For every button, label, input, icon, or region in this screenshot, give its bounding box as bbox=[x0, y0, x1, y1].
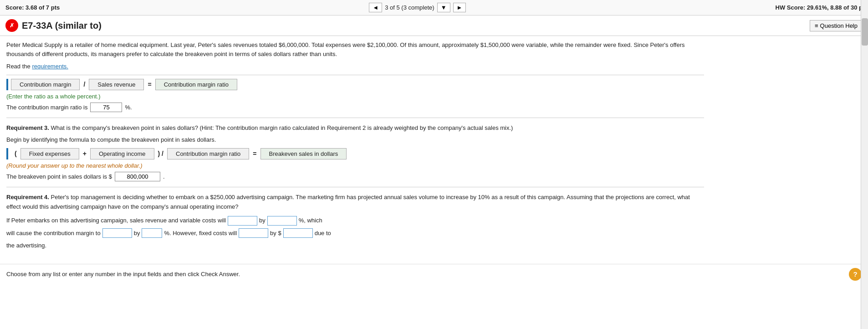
req2-unit: %. bbox=[125, 104, 132, 111]
req4-title: Requirement 4. Peter's top management is… bbox=[6, 193, 704, 212]
score-label: Score: 3.68 of 7 pts bbox=[5, 4, 60, 11]
req4-line2-byS: by $ bbox=[270, 228, 281, 238]
next-button[interactable]: ► bbox=[453, 3, 466, 12]
question-help-button[interactable]: ≡ Question Help bbox=[810, 20, 863, 31]
cm-ratio-cell: Contribution margin ratio bbox=[167, 148, 249, 159]
paren-open: ( bbox=[11, 150, 20, 157]
req2-label: The contribution margin ratio is bbox=[6, 104, 87, 111]
breakeven-value-input[interactable] bbox=[115, 172, 160, 181]
req4-line1-pre: If Peter embarks on this advertising cam… bbox=[6, 215, 226, 226]
problem-title: E7-33A (similar to) bbox=[22, 21, 102, 31]
req4-input-sales-pct[interactable] bbox=[267, 216, 297, 226]
breakeven-answer-row: The breakeven point in sales dollars is … bbox=[6, 172, 704, 181]
req4-input-fc-direction[interactable] bbox=[239, 228, 268, 238]
logo-icon: ✗ bbox=[5, 19, 18, 32]
plus-op: + bbox=[79, 150, 90, 157]
breakeven-eq: = bbox=[249, 150, 260, 157]
cm-formula-contribution-margin: Contribution margin bbox=[11, 79, 80, 90]
req2-answer-row: The contribution margin ratio is %. bbox=[6, 103, 704, 112]
prev-button[interactable]: ◄ bbox=[369, 3, 382, 12]
req4-input-cm-by[interactable] bbox=[142, 228, 162, 238]
breakeven-period: . bbox=[163, 173, 165, 180]
req4-input-cm-direction[interactable] bbox=[102, 228, 132, 238]
req4-input-fc-dollar[interactable] bbox=[283, 228, 313, 238]
list-icon: ≡ bbox=[815, 22, 818, 29]
req3-title-bold: Requirement 3. bbox=[6, 124, 49, 131]
hw-score-label: HW Score: 29.61%, 8.88 of 30 p bbox=[776, 4, 863, 11]
breakeven-label: The breakeven point in sales dollars is … bbox=[6, 173, 112, 180]
formula-equals: = bbox=[144, 81, 155, 88]
req2-value-input[interactable] bbox=[90, 103, 122, 112]
req4-line2-pre: will cause the contribution margin to bbox=[6, 228, 101, 238]
req3-begin: Begin by identifying the formula to comp… bbox=[6, 135, 704, 144]
req4-line2-pct: %. However, fixed costs will bbox=[164, 228, 237, 238]
requirements-text: Read the requirements. bbox=[6, 62, 704, 71]
progress-area: ◄ 3 of 5 (3 complete) ▼ ► bbox=[369, 3, 466, 12]
problem-text: Peter Medical Supply is a retailer of ho… bbox=[6, 41, 704, 58]
req4-line2-by: by bbox=[134, 228, 140, 238]
scrollbar[interactable] bbox=[861, 0, 868, 284]
operating-income-cell: Operating income bbox=[90, 148, 154, 159]
cm-formula-row: Contribution margin / Sales revenue = Co… bbox=[11, 79, 704, 90]
breakeven-result-cell: Breakeven sales in dollars bbox=[260, 148, 347, 159]
breakeven-formula-row: ( Fixed expenses + Operating income ) / … bbox=[11, 148, 704, 159]
bottom-instruction: Choose from any list or enter any number… bbox=[6, 271, 240, 278]
req4-input-sales-direction[interactable] bbox=[228, 216, 257, 226]
req3-title: Requirement 3. What is the company's bre… bbox=[6, 123, 704, 133]
main-content: Peter Medical Supply is a retailer of ho… bbox=[0, 36, 710, 259]
question-help-label: Question Help bbox=[820, 22, 858, 29]
cm-formula-sales-revenue: Sales revenue bbox=[89, 79, 144, 90]
formula-divider: / bbox=[80, 81, 89, 88]
top-bar: Score: 3.68 of 7 pts ◄ 3 of 5 (3 complet… bbox=[0, 0, 868, 15]
req4-line1-by: by bbox=[259, 215, 266, 226]
req4-line3: the advertising. bbox=[6, 242, 46, 249]
bottom-bar: Choose from any list or enter any number… bbox=[0, 264, 868, 284]
req4-line1-post: %, which bbox=[299, 215, 322, 226]
progress-text: 3 of 5 (3 complete) bbox=[385, 4, 434, 11]
req4-content: If Peter embarks on this advertising cam… bbox=[6, 215, 704, 251]
round-instruction: (Round your answer up to the nearest who… bbox=[6, 162, 704, 169]
fixed-expenses-cell: Fixed expenses bbox=[20, 148, 79, 159]
paren-close: ) / bbox=[154, 150, 167, 157]
separator2 bbox=[6, 118, 704, 118]
req2-instruction: (Enter the ratio as a whole percent.) bbox=[6, 93, 704, 100]
dropdown-button[interactable]: ▼ bbox=[437, 3, 450, 12]
req3-title-text: What is the company's breakeven point in… bbox=[51, 124, 513, 131]
help-button[interactable]: ? bbox=[849, 268, 862, 281]
read-text: Read the bbox=[6, 63, 31, 70]
req4-line2-dueto: due to bbox=[315, 228, 331, 238]
req4-title-text: Peter's top management is deciding wheth… bbox=[6, 194, 690, 210]
req4-title-bold: Requirement 4. bbox=[6, 194, 49, 200]
separator3 bbox=[6, 187, 704, 187]
requirements-link[interactable]: requirements. bbox=[32, 63, 68, 70]
cm-formula-result: Contribution margin ratio bbox=[155, 79, 237, 90]
scrollbar-thumb[interactable] bbox=[862, 18, 868, 46]
header-title-area: ✗ E7-33A (similar to) bbox=[5, 19, 102, 32]
separator1 bbox=[6, 75, 704, 75]
header-row: ✗ E7-33A (similar to) ≡ Question Help bbox=[0, 15, 868, 36]
